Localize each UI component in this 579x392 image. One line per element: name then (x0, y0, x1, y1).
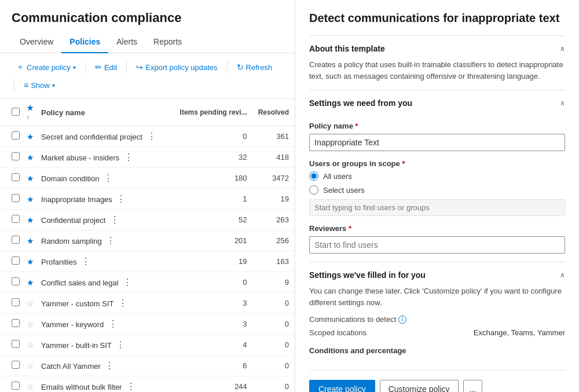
table-row: ★ Inappropriate Images ⋮ 1 19 (0, 189, 295, 210)
row-checkbox-cell (0, 376, 23, 393)
row-menu-button[interactable]: ⋮ (124, 381, 138, 392)
tab-alerts[interactable]: Alerts (108, 31, 145, 53)
table-row: ★ Confidential project ⋮ 52 263 (0, 210, 295, 230)
right-panel: Detect communications for inappropriate … (295, 0, 579, 392)
row-policy-name[interactable]: Random sampling ⋮ (38, 230, 171, 251)
row-checkbox[interactable] (12, 173, 20, 181)
col-resolved: Resolved (252, 99, 295, 126)
table-row: ☆ Emails without bulk filter ⋮ 244 0 (0, 376, 295, 393)
row-checkbox[interactable] (12, 277, 20, 285)
select-all-checkbox[interactable] (12, 108, 20, 116)
star-filled-icon[interactable]: ★ (27, 278, 34, 287)
row-resolved: 0 (252, 356, 295, 376)
row-policy-name[interactable]: Yammer - keyword ⋮ (38, 314, 171, 335)
tab-overview[interactable]: Overview (12, 31, 61, 53)
row-menu-button[interactable]: ⋮ (102, 360, 116, 371)
row-checkbox[interactable] (12, 194, 20, 202)
info-icon[interactable]: i (398, 316, 406, 324)
row-menu-button[interactable]: ⋮ (116, 298, 130, 309)
radio-select-users[interactable]: Select users (309, 185, 565, 195)
settings-section-header[interactable]: Settings we need from you ∧ (309, 90, 565, 113)
row-policy-name[interactable]: Inappropriate Images ⋮ (38, 189, 171, 210)
row-menu-button[interactable]: ⋮ (113, 339, 127, 350)
row-checkbox[interactable] (12, 319, 20, 327)
row-policy-name[interactable]: Emails without bulk filter ⋮ (38, 376, 171, 393)
row-checkbox[interactable] (12, 152, 20, 160)
row-menu-button[interactable]: ⋮ (114, 193, 128, 204)
row-checkbox[interactable] (12, 257, 20, 265)
col-pending: Items pending revi... (171, 99, 251, 126)
row-menu-button[interactable]: ⋮ (104, 235, 118, 246)
tab-policies[interactable]: Policies (61, 31, 108, 53)
star-empty-icon[interactable]: ☆ (27, 340, 34, 350)
row-resolved: 3472 (252, 168, 295, 189)
radio-select-users-input[interactable] (309, 185, 318, 195)
star-filled-icon[interactable]: ★ (27, 195, 34, 204)
show-button[interactable]: ≡ Show ▾ (19, 78, 60, 93)
more-actions-button[interactable]: ... (463, 380, 483, 392)
row-policy-name[interactable]: Profanities ⋮ (38, 251, 171, 272)
about-chevron-icon: ∧ (560, 45, 565, 53)
star-empty-icon[interactable]: ☆ (27, 361, 34, 371)
create-policy-button[interactable]: ＋ Create policy ▾ (12, 59, 80, 75)
row-policy-name[interactable]: Confidential project ⋮ (38, 210, 171, 230)
row-policy-name[interactable]: Market abuse - insiders ⋮ (38, 147, 171, 168)
row-menu-button[interactable]: ⋮ (122, 152, 135, 163)
row-policy-name[interactable]: Yammer - custom SIT ⋮ (38, 293, 171, 314)
star-empty-icon[interactable]: ☆ (27, 320, 34, 329)
reviewers-input[interactable] (309, 236, 565, 254)
star-empty-icon[interactable]: ☆ (27, 382, 34, 391)
settings-section-content: Policy name * Users or groups in scope *… (309, 122, 565, 262)
row-menu-button[interactable]: ⋮ (108, 214, 122, 225)
row-checkbox[interactable] (12, 215, 20, 223)
star-filled-icon[interactable]: ★ (27, 236, 34, 246)
row-menu-button[interactable]: ⋮ (120, 277, 134, 288)
policy-name-label: Policy name * (309, 122, 565, 130)
row-checkbox[interactable] (12, 361, 20, 369)
conditions-row: Conditions and percentage (309, 339, 565, 357)
radio-all-users[interactable]: All users (309, 171, 565, 181)
star-sort-icon[interactable]: ★ (27, 104, 34, 112)
row-star-cell: ☆ (23, 314, 38, 335)
row-menu-button[interactable]: ⋮ (145, 131, 159, 142)
row-policy-name[interactable]: Domain condition ⋮ (38, 168, 171, 189)
scoped-locations-value: Exchange, Teams, Yammer (474, 328, 565, 337)
bottom-actions: Create policy Customize policy ... (309, 370, 565, 392)
row-policy-name[interactable]: Conflict sales and legal ⋮ (38, 272, 171, 293)
row-policy-name[interactable]: Catch All Yammer ⋮ (38, 356, 171, 376)
row-checkbox[interactable] (12, 382, 20, 390)
refresh-button[interactable]: ↻ Refresh (232, 60, 277, 75)
tab-reports[interactable]: Reports (145, 31, 190, 53)
filled-section-header[interactable]: Settings we've filled in for you ∧ (309, 262, 565, 285)
row-checkbox[interactable] (12, 298, 20, 306)
star-filled-icon[interactable]: ★ (27, 153, 34, 162)
star-filled-icon[interactable]: ★ (27, 215, 34, 225)
about-section-header[interactable]: About this template ∧ (309, 36, 565, 59)
edit-button[interactable]: ✏ Edit (90, 60, 122, 75)
scoped-locations-row: Scoped locations Exchange, Teams, Yammer (309, 326, 565, 339)
row-star-cell: ★ (23, 230, 38, 251)
create-policy-action-button[interactable]: Create policy (309, 380, 375, 392)
customize-policy-button[interactable]: Customize policy (380, 380, 459, 392)
row-checkbox[interactable] (12, 340, 20, 348)
row-star-cell: ★ (23, 189, 38, 210)
row-menu-button[interactable]: ⋮ (79, 256, 93, 267)
row-menu-button[interactable]: ⋮ (106, 318, 120, 329)
row-checkbox[interactable] (12, 236, 20, 244)
star-filled-icon[interactable]: ★ (27, 174, 34, 183)
row-resolved: 0 (252, 376, 295, 393)
row-policy-name[interactable]: Yammer - built-in SIT ⋮ (38, 335, 171, 356)
row-policy-name[interactable]: Secret and confidential project ⋮ (38, 126, 171, 147)
users-search-input[interactable] (309, 199, 565, 216)
star-empty-icon[interactable]: ☆ (27, 299, 34, 308)
row-menu-button[interactable]: ⋮ (101, 173, 115, 184)
radio-all-users-input[interactable] (309, 171, 318, 181)
about-section-title: About this template (309, 44, 385, 53)
star-filled-icon[interactable]: ★ (27, 132, 34, 141)
row-checkbox[interactable] (12, 131, 20, 140)
row-pending: 32 (171, 147, 251, 168)
policies-table-container: ★ ↑ Policy name Items pending revi... Re… (0, 99, 295, 392)
star-filled-icon[interactable]: ★ (27, 257, 34, 266)
export-button[interactable]: ↪ Export policy updates (131, 60, 222, 75)
policy-name-input[interactable] (309, 134, 565, 151)
